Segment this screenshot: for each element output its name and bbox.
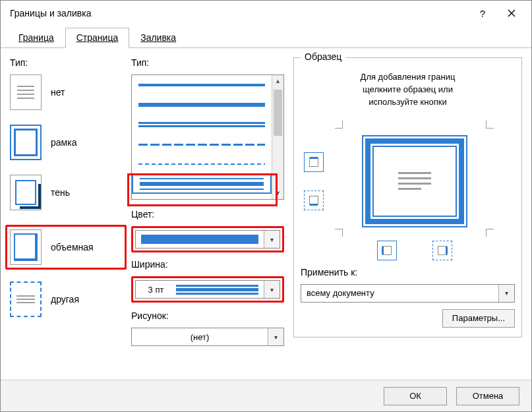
applyto-value: всему документу (307, 288, 374, 298)
preview-hint: Для добавления границ щелкните образец и… (301, 71, 515, 109)
borders-and-shading-dialog: Границы и заливка ? Граница Страница Зал… (0, 0, 532, 412)
corner-marker-icon (486, 121, 494, 129)
preset-custom-icon (10, 281, 42, 317)
preset-custom-label: другая (51, 294, 79, 305)
color-combo[interactable]: ▾ (135, 230, 280, 249)
color-label: Цвет: (131, 209, 284, 220)
tab-strip: Граница Страница Заливка (1, 26, 531, 48)
tab-border[interactable]: Граница (7, 28, 65, 48)
style-column: Тип: ▲ ▼ (131, 57, 284, 377)
art-combo[interactable]: (нет) ▾ (131, 328, 284, 346)
edge-right-button[interactable] (432, 241, 452, 260)
chevron-down-icon: ▾ (264, 281, 280, 298)
art-value: (нет) (191, 332, 210, 342)
style-option[interactable] (132, 95, 272, 115)
scroll-up-icon[interactable]: ▲ (272, 75, 283, 87)
preset-3d-icon (10, 229, 42, 265)
width-preview-icon (176, 285, 258, 295)
color-swatch (141, 235, 258, 244)
style-listbox[interactable]: ▲ ▼ (131, 74, 284, 200)
preset-box-label: рамка (51, 137, 76, 148)
corner-marker-icon (486, 229, 494, 237)
preset-box[interactable]: рамка (10, 125, 122, 160)
setting-label: Тип: (10, 57, 122, 68)
scroll-down-icon[interactable]: ▼ (272, 187, 283, 199)
scroll-thumb[interactable] (274, 90, 282, 136)
corner-marker-icon (335, 121, 343, 129)
dialog-footer: ОК Отмена (1, 380, 531, 411)
chevron-down-icon: ▾ (268, 328, 283, 345)
art-label: Рисунок: (131, 310, 284, 321)
chevron-down-icon: ▾ (498, 285, 514, 302)
preset-none-icon (10, 74, 42, 110)
edge-top-button[interactable] (304, 152, 324, 172)
preset-3d-label: объемная (51, 242, 94, 252)
preset-box-icon (10, 125, 42, 160)
width-label: Ширина: (131, 259, 284, 270)
style-option[interactable] (132, 75, 272, 95)
preview-column: Образец Для добавления границ щелкните о… (293, 57, 522, 377)
help-button[interactable]: ? (468, 3, 497, 23)
close-icon (508, 9, 516, 17)
preset-3d[interactable]: объемная (5, 225, 127, 270)
applyto-label: Применить к: (301, 267, 515, 278)
preset-shadow[interactable]: тень (10, 175, 122, 210)
tab-shading[interactable]: Заливка (129, 28, 187, 48)
preview-legend: Образец (301, 51, 345, 62)
cancel-button[interactable]: Отмена (456, 387, 519, 405)
style-option[interactable] (132, 134, 272, 154)
corner-marker-icon (335, 229, 343, 237)
style-label: Тип: (131, 57, 284, 68)
preset-none-label: нет (51, 87, 65, 98)
chevron-down-icon: ▾ (264, 231, 280, 248)
edge-left-button[interactable] (377, 241, 397, 260)
close-button[interactable] (497, 3, 526, 23)
width-value: 3 пт (141, 285, 171, 295)
options-button[interactable]: Параметры... (442, 309, 515, 328)
ok-button[interactable]: ОК (384, 387, 447, 405)
titlebar: Границы и заливка ? (1, 1, 531, 26)
applyto-combo[interactable]: всему документу ▾ (301, 284, 515, 303)
dialog-title: Границы и заливка (10, 8, 468, 18)
preview-groupbox: Образец Для добавления границ щелкните о… (293, 57, 522, 338)
style-scrollbar[interactable]: ▲ ▼ (272, 75, 283, 199)
setting-column: Тип: нет рамка тень объемная другая (10, 57, 122, 377)
preset-shadow-label: тень (51, 187, 70, 198)
preview-text-icon (398, 172, 431, 190)
preset-none[interactable]: нет (10, 74, 122, 110)
page-preview[interactable] (365, 138, 464, 224)
style-option-selected[interactable] (132, 174, 272, 194)
preview-area (301, 118, 515, 258)
style-option[interactable] (132, 115, 272, 134)
edge-bottom-button[interactable] (304, 191, 324, 210)
preset-shadow-icon (10, 175, 42, 210)
width-combo[interactable]: 3 пт ▾ (135, 280, 280, 299)
preset-custom[interactable]: другая (10, 281, 122, 317)
tab-page[interactable]: Страница (65, 28, 129, 48)
style-option[interactable] (132, 154, 272, 174)
dialog-body: Тип: нет рамка тень объемная другая (1, 48, 531, 380)
